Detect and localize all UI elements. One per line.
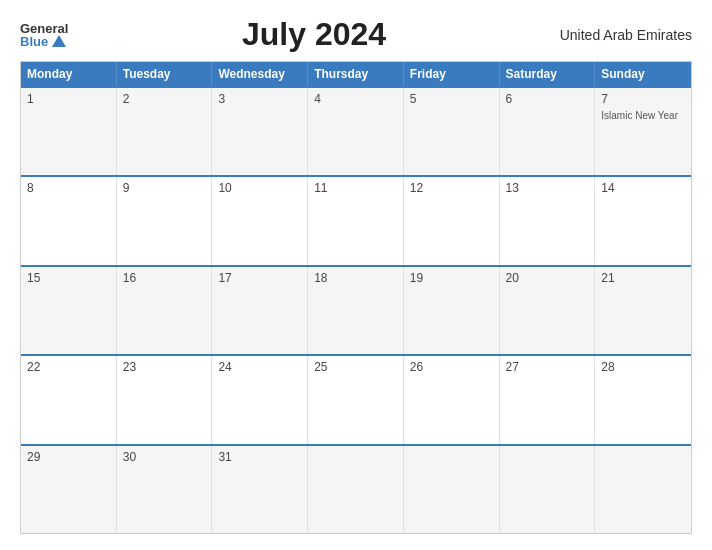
calendar-title: July 2024: [68, 16, 559, 53]
day-number: 16: [123, 271, 206, 285]
day-cell: 6: [500, 88, 596, 175]
day-header-sunday: Sunday: [595, 62, 691, 86]
day-cell: 29: [21, 446, 117, 533]
day-number: 8: [27, 181, 110, 195]
day-cell: 27: [500, 356, 596, 443]
day-cell: 8: [21, 177, 117, 264]
day-number: 3: [218, 92, 301, 106]
day-number: 31: [218, 450, 301, 464]
header: General Blue July 2024 United Arab Emira…: [20, 16, 692, 53]
logo-general-text: General: [20, 22, 68, 35]
logo: General Blue: [20, 22, 68, 48]
day-number: 23: [123, 360, 206, 374]
day-number: 4: [314, 92, 397, 106]
day-cell: 3: [212, 88, 308, 175]
day-header-saturday: Saturday: [500, 62, 596, 86]
day-cell: 4: [308, 88, 404, 175]
day-headers-row: MondayTuesdayWednesdayThursdayFridaySatu…: [21, 62, 691, 86]
day-number: 7: [601, 92, 685, 106]
day-cell: 30: [117, 446, 213, 533]
day-cell: [308, 446, 404, 533]
day-header-tuesday: Tuesday: [117, 62, 213, 86]
day-header-thursday: Thursday: [308, 62, 404, 86]
day-cell: 25: [308, 356, 404, 443]
day-cell: 23: [117, 356, 213, 443]
day-number: 10: [218, 181, 301, 195]
day-cell: 5: [404, 88, 500, 175]
day-cell: 19: [404, 267, 500, 354]
day-number: 14: [601, 181, 685, 195]
week-row-4: 22232425262728: [21, 354, 691, 443]
day-cell: 14: [595, 177, 691, 264]
day-number: 21: [601, 271, 685, 285]
day-cell: 22: [21, 356, 117, 443]
day-cell: 24: [212, 356, 308, 443]
day-number: 26: [410, 360, 493, 374]
day-number: 18: [314, 271, 397, 285]
day-number: 19: [410, 271, 493, 285]
day-number: 27: [506, 360, 589, 374]
day-cell: 11: [308, 177, 404, 264]
day-number: 17: [218, 271, 301, 285]
day-number: 20: [506, 271, 589, 285]
day-number: 5: [410, 92, 493, 106]
day-number: 24: [218, 360, 301, 374]
page: General Blue July 2024 United Arab Emira…: [0, 0, 712, 550]
day-header-wednesday: Wednesday: [212, 62, 308, 86]
day-cell: 16: [117, 267, 213, 354]
day-cell: 1: [21, 88, 117, 175]
day-number: 25: [314, 360, 397, 374]
day-cell: 2: [117, 88, 213, 175]
week-row-1: 1234567Islamic New Year: [21, 86, 691, 175]
day-cell: 12: [404, 177, 500, 264]
day-header-friday: Friday: [404, 62, 500, 86]
day-cell: 15: [21, 267, 117, 354]
day-cell: [595, 446, 691, 533]
day-number: 28: [601, 360, 685, 374]
day-cell: 26: [404, 356, 500, 443]
day-cell: 9: [117, 177, 213, 264]
day-cell: [500, 446, 596, 533]
day-cell: [404, 446, 500, 533]
day-header-monday: Monday: [21, 62, 117, 86]
country-label: United Arab Emirates: [560, 27, 692, 43]
week-row-3: 15161718192021: [21, 265, 691, 354]
week-row-5: 293031: [21, 444, 691, 533]
logo-blue-text: Blue: [20, 35, 68, 48]
day-cell: 17: [212, 267, 308, 354]
day-number: 13: [506, 181, 589, 195]
weeks-container: 1234567Islamic New Year89101112131415161…: [21, 86, 691, 533]
day-number: 1: [27, 92, 110, 106]
day-number: 2: [123, 92, 206, 106]
day-number: 6: [506, 92, 589, 106]
day-cell: 21: [595, 267, 691, 354]
day-number: 22: [27, 360, 110, 374]
logo-triangle-icon: [52, 35, 66, 47]
day-cell: 13: [500, 177, 596, 264]
calendar: MondayTuesdayWednesdayThursdayFridaySatu…: [20, 61, 692, 534]
day-cell: 28: [595, 356, 691, 443]
day-number: 11: [314, 181, 397, 195]
day-number: 30: [123, 450, 206, 464]
day-cell: 10: [212, 177, 308, 264]
day-number: 29: [27, 450, 110, 464]
day-number: 15: [27, 271, 110, 285]
day-cell: 7Islamic New Year: [595, 88, 691, 175]
day-cell: 20: [500, 267, 596, 354]
day-number: 9: [123, 181, 206, 195]
holiday-name: Islamic New Year: [601, 110, 678, 121]
day-number: 12: [410, 181, 493, 195]
week-row-2: 891011121314: [21, 175, 691, 264]
day-cell: 31: [212, 446, 308, 533]
day-cell: 18: [308, 267, 404, 354]
